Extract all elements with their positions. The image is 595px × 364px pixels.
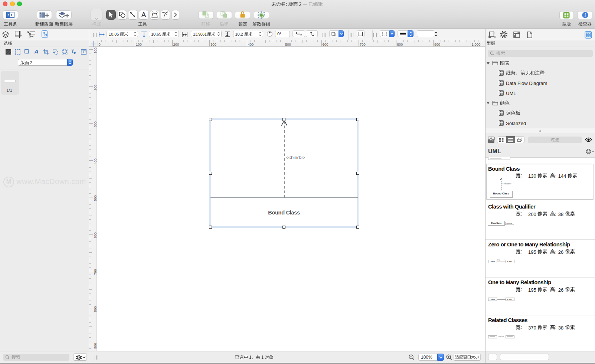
svg-text:i: i [584,13,586,18]
